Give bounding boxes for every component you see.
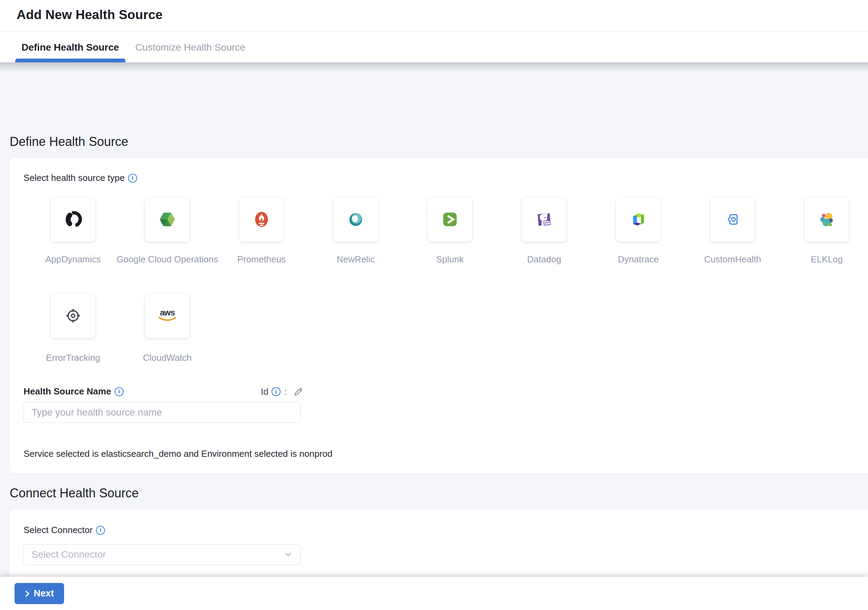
source-label: ErrorTracking — [46, 352, 101, 363]
select-connector-label-row: Select Connector i — [23, 525, 105, 535]
source-tile-cloudwatch[interactable]: aws — [145, 293, 189, 338]
source-tile-newrelic[interactable] — [333, 197, 378, 242]
dynatrace-icon — [629, 210, 647, 228]
connector-select[interactable]: Select Connector — [23, 544, 301, 565]
select-connector-label: Select Connector — [23, 525, 93, 535]
source-tile-appdynamics[interactable] — [51, 197, 95, 242]
source-label: Dynatrace — [618, 254, 659, 265]
errortracking-icon — [64, 306, 83, 326]
appdynamics-icon — [64, 210, 82, 228]
cloudwatch-aws-icon: aws — [156, 306, 178, 325]
health-source-name-label: Health Source Name — [23, 386, 111, 397]
source-label: AppDynamics — [45, 254, 101, 265]
info-icon[interactable]: i — [96, 526, 105, 535]
source-type-label: Select health source type — [23, 172, 125, 183]
source-label: Google Cloud Operations — [116, 254, 218, 265]
source-label: Splunk — [436, 254, 464, 265]
connect-section-heading: Connect Health Source — [10, 486, 138, 500]
source-tile-elklog[interactable] — [804, 197, 849, 242]
source-label: NewRelic — [337, 254, 375, 265]
page-title: Add New Health Source — [17, 8, 163, 22]
tab-define-health-source[interactable]: Define Health Source — [17, 32, 124, 62]
add-health-source-panel: Add New Health Source Define Health Sour… — [0, 0, 868, 610]
id-colon: : — [284, 386, 287, 397]
source-tile-datadog[interactable] — [522, 197, 566, 242]
source-type-label-row: Select health source type i — [23, 172, 137, 183]
chevron-down-icon — [285, 553, 291, 557]
next-button[interactable]: Next — [14, 583, 64, 604]
tab-bar: Define Health Source Customize Health So… — [0, 32, 868, 62]
google-cloud-operations-icon — [158, 210, 176, 228]
elklog-icon — [818, 210, 836, 228]
id-row: Id i : — [261, 386, 304, 397]
source-tile-errortracking[interactable] — [51, 293, 95, 338]
edit-pencil-icon[interactable] — [293, 386, 304, 397]
connector-placeholder: Select Connector — [31, 549, 106, 560]
next-button-label: Next — [34, 588, 54, 599]
source-tile-dynatrace[interactable] — [616, 197, 660, 242]
source-tile-google-cloud-operations[interactable] — [145, 197, 189, 242]
id-label: Id — [261, 386, 268, 397]
source-label: Prometheus — [237, 254, 286, 265]
health-source-name-label-row: Health Source Name i — [23, 386, 124, 397]
source-tile-customhealth[interactable] — [710, 197, 755, 242]
tab-label: Define Health Source — [22, 42, 119, 53]
newrelic-icon — [347, 210, 365, 228]
info-icon[interactable]: i — [271, 387, 281, 396]
source-label: CloudWatch — [143, 352, 192, 363]
info-icon[interactable]: i — [128, 174, 137, 183]
source-tile-prometheus[interactable] — [239, 197, 284, 242]
source-label: ELKLog — [811, 254, 843, 265]
panel-content: Define Health Source Select health sourc… — [0, 62, 868, 577]
panel-header: Add New Health Source — [0, 0, 868, 32]
tab-label: Customize Health Source — [135, 42, 245, 53]
source-label: CustomHealth — [704, 254, 761, 265]
define-section-heading: Define Health Source — [10, 135, 128, 149]
datadog-icon — [535, 210, 553, 228]
customhealth-icon — [724, 210, 742, 228]
tab-customize-health-source[interactable]: Customize Health Source — [130, 32, 250, 62]
active-tab-underline — [15, 59, 126, 62]
splunk-icon — [441, 210, 459, 228]
info-icon[interactable]: i — [115, 387, 124, 396]
service-environment-note: Service selected is elasticsearch_demo a… — [23, 449, 333, 459]
health-source-name-input[interactable] — [23, 402, 301, 423]
define-health-source-card: Select health source type i — [10, 158, 868, 473]
panel-footer: Next — [0, 577, 868, 610]
chevron-right-icon — [25, 590, 30, 598]
source-label: Datadog — [527, 254, 561, 265]
svg-text:aws: aws — [160, 308, 175, 317]
prometheus-icon — [253, 210, 271, 228]
source-tile-splunk[interactable] — [428, 197, 472, 242]
